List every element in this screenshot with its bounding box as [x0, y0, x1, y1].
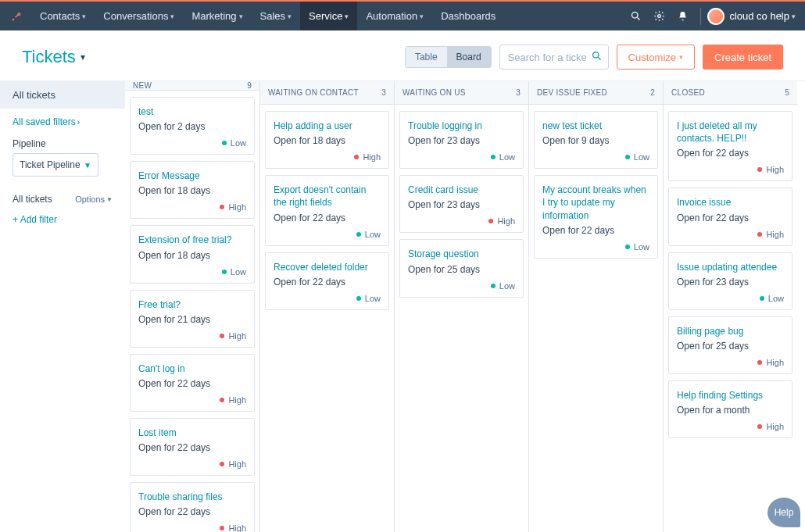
column: NEW9testOpen for 2 daysLowError MessageO… — [125, 81, 259, 532]
create-ticket-button[interactable]: Create ticket — [703, 45, 783, 70]
account-menu[interactable]: cloud co help ▾ — [707, 8, 796, 25]
ticket-open-duration: Open for a month — [677, 405, 784, 416]
ticket-card[interactable]: Free trial?Open for 21 daysHigh — [130, 290, 255, 348]
ticket-card[interactable]: Export doesn't contain the right fieldsO… — [265, 175, 389, 245]
ticket-open-duration: Open for 25 days — [408, 264, 515, 275]
nav-item-contacts[interactable]: Contacts▾ — [31, 2, 95, 30]
ticket-card[interactable]: Storage questionOpen for 25 daysLow — [399, 239, 524, 297]
nav-item-service[interactable]: Service▾ — [300, 2, 357, 30]
column-name: DEV ISSUE FIXED — [537, 88, 607, 97]
nav-item-dashboards[interactable]: Dashboards — [432, 2, 504, 30]
ticket-open-duration: Open for 22 days — [677, 212, 784, 223]
column-count: 5 — [785, 88, 789, 97]
options-link[interactable]: Options ▼ — [75, 195, 113, 204]
priority-dot — [491, 284, 496, 288]
toggle-table[interactable]: Table — [406, 47, 447, 67]
page-title[interactable]: Tickets ▾ — [22, 47, 85, 67]
ticket-title: My account breaks when I try to update m… — [542, 184, 649, 222]
priority-label: Low — [499, 281, 515, 291]
priority-label: High — [228, 523, 246, 532]
column-count: 9 — [247, 81, 252, 90]
priority-dot — [220, 398, 224, 402]
search-icon[interactable] — [591, 50, 603, 62]
search-wrap — [499, 45, 609, 70]
chevron-down-icon: ▼ — [106, 196, 113, 203]
top-nav: Contacts▾Conversations▾Marketing▾Sales▾S… — [0, 2, 805, 30]
nav-item-automation[interactable]: Automation▾ — [357, 2, 432, 30]
ticket-open-duration: Open for 22 days — [138, 442, 246, 453]
ticket-open-duration: Open for 18 days — [138, 185, 246, 196]
column-header: NEW9 — [125, 81, 259, 91]
ticket-card[interactable]: Credit card issueOpen for 23 daysHigh — [399, 175, 524, 233]
view-toggle: Table Board — [405, 46, 492, 68]
priority-dot — [757, 424, 762, 429]
ticket-card[interactable]: testOpen for 2 daysLow — [130, 97, 255, 155]
priority-label: Low — [634, 152, 649, 162]
ticket-open-duration: Open for 22 days — [542, 225, 649, 236]
ticket-card[interactable]: Trouble sharing filesOpen for 22 daysHig… — [130, 482, 255, 532]
ticket-card[interactable]: Billing page bugOpen for 25 daysHigh — [668, 316, 792, 374]
priority-label: High — [363, 152, 381, 162]
ticket-title: Invoice issue — [677, 196, 784, 209]
priority-dot — [491, 155, 496, 159]
priority-label: Low — [231, 138, 246, 148]
customize-button[interactable]: Customize ▾ — [617, 45, 695, 70]
ticket-card[interactable]: Help finding SettingsOpen for a monthHig… — [668, 380, 792, 438]
nav-item-conversations[interactable]: Conversations▾ — [95, 2, 183, 30]
ticket-title: test — [138, 105, 246, 118]
ticket-title: Help adding a user — [274, 120, 381, 132]
ticket-title: Free trial? — [138, 298, 246, 311]
hubspot-logo[interactable] — [9, 9, 23, 23]
nav-item-marketing[interactable]: Marketing▾ — [183, 2, 251, 30]
sidebar: All tickets All saved filters› Pipeline … — [0, 81, 125, 532]
ticket-title: Billing page bug — [677, 325, 784, 337]
add-filter-link[interactable]: + Add filter — [13, 214, 113, 225]
chevron-down-icon: ▾ — [679, 53, 683, 61]
priority-dot — [625, 245, 630, 249]
help-button[interactable]: Help — [767, 498, 800, 527]
priority-label: High — [228, 459, 246, 469]
chevron-down-icon: ▾ — [80, 52, 85, 62]
saved-filters-link[interactable]: All saved filters› — [13, 116, 113, 127]
priority-dot — [488, 219, 493, 223]
column: WAITING ON CONTACT3Help adding a userOpe… — [259, 81, 394, 532]
priority-dot — [760, 296, 764, 301]
priority-label: Low — [499, 152, 515, 162]
priority-dot — [220, 462, 224, 466]
chevron-down-icon: ▾ — [82, 12, 86, 20]
gear-icon[interactable] — [647, 2, 671, 30]
ticket-open-duration: Open for 22 days — [677, 148, 784, 159]
main: All tickets All saved filters› Pipeline … — [0, 81, 805, 532]
column: DEV ISSUE FIXED2new test ticketOpen for … — [528, 81, 663, 532]
priority-dot — [222, 141, 227, 145]
ticket-card[interactable]: Invoice issueOpen for 22 daysHigh — [668, 187, 792, 245]
bell-icon[interactable] — [671, 2, 694, 30]
ticket-card[interactable]: Trouble logging inOpen for 23 daysLow — [399, 111, 524, 169]
ticket-title: Trouble logging in — [408, 120, 515, 132]
ticket-card[interactable]: Lost itemOpen for 22 daysHigh — [130, 418, 255, 476]
ticket-card[interactable]: My account breaks when I try to update m… — [534, 175, 658, 259]
priority-label: Low — [365, 294, 381, 303]
column-header: CLOSED5 — [664, 81, 797, 105]
priority-dot — [220, 334, 224, 338]
ticket-card[interactable]: new test ticketOpen for 9 daysLow — [534, 111, 658, 169]
column-header: WAITING ON US3 — [395, 81, 528, 105]
ticket-card[interactable]: Error MessageOpen for 18 daysHigh — [130, 161, 255, 219]
ticket-card[interactable]: Help adding a userOpen for 18 daysHigh — [265, 111, 389, 169]
ticket-card[interactable]: Issue updating attendeeOpen for 23 daysL… — [668, 252, 792, 310]
ticket-open-duration: Open for 2 days — [138, 121, 246, 132]
ticket-card[interactable]: Can't log inOpen for 22 daysHigh — [130, 354, 255, 412]
ticket-open-duration: Open for 22 days — [274, 277, 381, 287]
ticket-open-duration: Open for 9 days — [542, 135, 649, 146]
chevron-down-icon: ▾ — [170, 12, 174, 20]
ticket-card[interactable]: Recover deleted folderOpen for 22 daysLo… — [265, 252, 389, 310]
pipeline-select[interactable]: Ticket Pipeline ▼ — [13, 153, 98, 177]
sidebar-all-tickets[interactable]: All tickets — [0, 81, 125, 109]
priority-label: Low — [768, 294, 784, 303]
search-icon[interactable] — [624, 2, 647, 30]
ticket-card[interactable]: I just deleted all my contacts. HELP!!Op… — [668, 111, 792, 181]
ticket-card[interactable]: Extension of free trial?Open for 18 days… — [130, 225, 255, 283]
toggle-board[interactable]: Board — [447, 47, 491, 67]
nav-item-sales[interactable]: Sales▾ — [252, 2, 301, 30]
svg-point-3 — [19, 13, 20, 14]
